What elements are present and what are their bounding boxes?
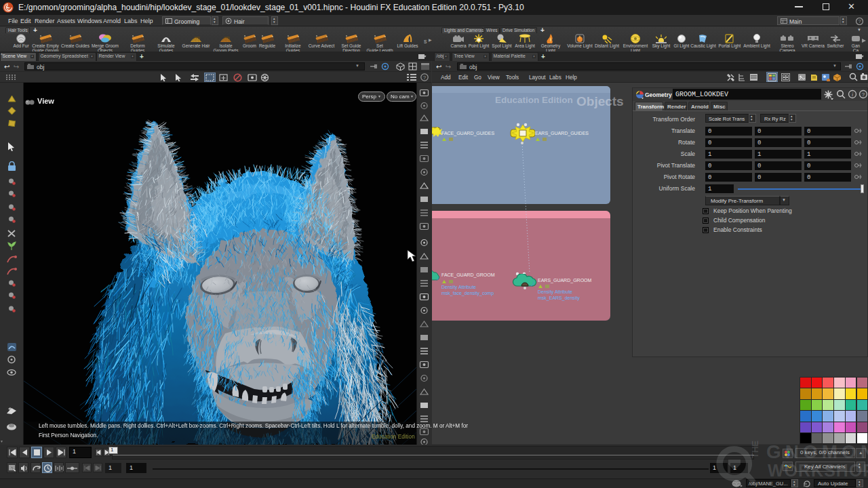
svg-text:THE: THE — [750, 441, 760, 458]
svg-text:GNOMON: GNOMON — [766, 441, 868, 462]
svg-text:?: ? — [858, 18, 861, 24]
svg-text:?: ? — [862, 92, 865, 98]
svg-text:WORKSHOP: WORKSHOP — [768, 461, 868, 480]
svg-text:?: ? — [423, 75, 427, 81]
svg-text:i: i — [852, 92, 853, 98]
